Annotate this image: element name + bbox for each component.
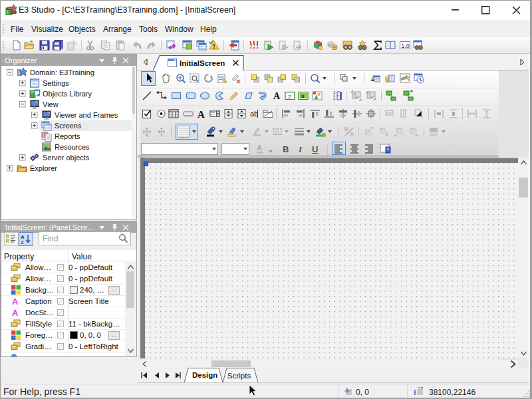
svg-text:(5: (5 bbox=[73, 41, 77, 45]
svg-text:a: a bbox=[301, 93, 305, 99]
svg-text:A: A bbox=[198, 109, 205, 120]
svg-text:A: A bbox=[273, 91, 281, 101]
svg-text:Z: Z bbox=[21, 239, 24, 245]
svg-text:0: 0 bbox=[333, 97, 335, 101]
svg-text:ab: ab bbox=[250, 110, 258, 118]
svg-text:.2: .2 bbox=[287, 94, 291, 100]
svg-text:A: A bbox=[12, 308, 19, 318]
svg-text:A: A bbox=[12, 297, 19, 307]
svg-text:1: 1 bbox=[414, 390, 416, 394]
svg-text:1.0: 1.0 bbox=[401, 43, 410, 49]
svg-text:A: A bbox=[257, 144, 262, 152]
